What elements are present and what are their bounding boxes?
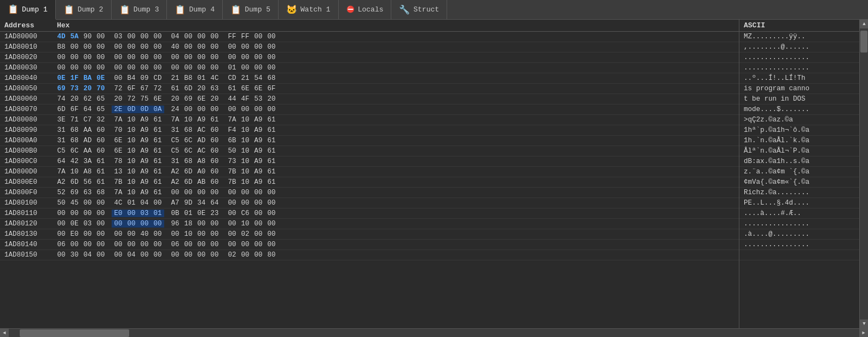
hex-byte[interactable]: AD — [81, 137, 94, 144]
hex-byte[interactable]: 00 — [125, 64, 138, 72]
hex-byte[interactable]: 72 — [125, 95, 138, 103]
hex-byte[interactable]: 80 — [265, 251, 278, 259]
hex-byte[interactable]: 00 — [55, 54, 68, 61]
hex-byte[interactable]: 00 — [225, 199, 239, 207]
hex-byte[interactable]: AB — [195, 178, 208, 186]
hex-byte[interactable]: 61 — [208, 116, 221, 124]
table-row[interactable]: 1AD8014006000000000000000600000000000000 — [0, 240, 739, 250]
hex-byte[interactable]: 61 — [94, 168, 107, 176]
hex-byte[interactable]: 00 — [94, 220, 107, 228]
hex-byte[interactable]: 00 — [138, 43, 151, 51]
hex-byte[interactable]: 00 — [138, 33, 151, 40]
hex-byte[interactable]: 00 — [239, 189, 252, 196]
hex-byte[interactable]: 6F — [68, 106, 81, 113]
tab-locals[interactable]: ⛔ Locals — [339, 0, 392, 19]
hex-byte[interactable]: 44 — [225, 95, 239, 103]
hex-byte[interactable]: A8 — [195, 158, 208, 165]
hex-byte[interactable]: 50 — [55, 199, 68, 207]
hex-byte[interactable]: CD — [151, 74, 164, 82]
hex-byte[interactable]: 9D — [182, 199, 195, 207]
hex-byte[interactable]: 01 — [225, 64, 239, 72]
hex-byte[interactable]: 00 — [81, 230, 94, 238]
hex-byte[interactable]: 61 — [265, 147, 278, 155]
hex-byte[interactable]: 69 — [68, 189, 81, 196]
hex-byte[interactable]: 60 — [208, 126, 221, 134]
hex-byte[interactable]: 00 — [252, 106, 265, 113]
hex-byte[interactable]: 3E — [55, 116, 68, 124]
hex-byte[interactable]: 30 — [68, 251, 81, 259]
hex-byte[interactable]: 01 — [195, 74, 208, 82]
horizontal-scroll-track[interactable] — [9, 329, 859, 337]
hex-byte[interactable]: 00 — [112, 54, 125, 61]
hex-byte[interactable]: 10 — [182, 230, 195, 238]
hex-byte[interactable]: 0E — [68, 220, 81, 228]
hex-byte[interactable]: 50 — [225, 147, 239, 155]
hex-byte[interactable]: A9 — [138, 116, 151, 124]
hex-byte[interactable]: 10 — [182, 116, 195, 124]
hex-byte[interactable]: AC — [195, 147, 208, 155]
hex-byte[interactable]: 5A — [68, 33, 81, 40]
tab-dump2[interactable]: 📋 Dump 2 — [56, 0, 112, 19]
hex-byte[interactable]: 00 — [125, 230, 138, 238]
hex-byte[interactable]: 65 — [94, 106, 107, 113]
hex-byte[interactable]: 6E — [252, 85, 265, 92]
hex-byte[interactable]: 00 — [138, 251, 151, 259]
hex-byte[interactable]: 01 — [182, 210, 195, 217]
hex-byte[interactable]: 10 — [239, 220, 252, 228]
table-row[interactable]: 1AD800706D6F64652E0D0D0A2400000000000000 — [0, 104, 739, 115]
table-row[interactable]: 1AD80100504500004C010400A79D346400000000 — [0, 198, 739, 208]
hex-byte[interactable]: 00 — [81, 43, 94, 51]
hex-byte[interactable]: 00 — [81, 210, 94, 217]
hex-byte[interactable]: A9 — [138, 126, 151, 134]
hex-byte[interactable]: 34 — [195, 199, 208, 207]
tab-dump3[interactable]: 📋 Dump 3 — [112, 0, 167, 19]
hex-byte[interactable]: 63 — [81, 189, 94, 196]
hex-byte[interactable]: 4C — [208, 74, 221, 82]
hex-byte[interactable]: A9 — [195, 116, 208, 124]
table-row[interactable]: 1AD8002000000000000000000000000000000000 — [0, 53, 739, 63]
hex-byte[interactable]: 00 — [195, 189, 208, 196]
hex-byte[interactable]: 24 — [169, 106, 182, 113]
hex-byte[interactable]: 00 — [81, 199, 94, 207]
hex-byte[interactable]: 00 — [151, 199, 164, 207]
hex-byte[interactable]: 00 — [265, 199, 278, 207]
hex-byte[interactable]: 04 — [169, 33, 182, 40]
hex-byte[interactable]: 00 — [208, 241, 221, 248]
hex-byte[interactable]: A9 — [252, 178, 265, 186]
hex-byte[interactable]: 00 — [138, 64, 151, 72]
hex-byte[interactable]: 20 — [112, 95, 125, 103]
hex-byte[interactable]: 00 — [151, 33, 164, 40]
hex-byte[interactable]: 10 — [125, 189, 138, 196]
tab-dump5[interactable]: 📋 Dump 5 — [223, 0, 279, 19]
hex-byte[interactable]: 00 — [151, 54, 164, 61]
hex-byte[interactable]: 0D — [138, 106, 151, 113]
hex-byte[interactable]: AC — [195, 126, 208, 134]
hex-byte[interactable]: 61 — [94, 178, 107, 186]
hex-byte[interactable]: 00 — [68, 43, 81, 51]
hex-byte[interactable]: 00 — [225, 54, 239, 61]
hex-byte[interactable]: 00 — [138, 241, 151, 248]
hex-byte[interactable]: 10 — [239, 147, 252, 155]
hex-byte[interactable]: 53 — [252, 95, 265, 103]
hex-byte[interactable]: 6D — [182, 178, 195, 186]
hex-byte[interactable]: 68 — [94, 189, 107, 196]
hex-byte[interactable]: C7 — [81, 116, 94, 124]
hex-byte[interactable]: 00 — [195, 43, 208, 51]
hex-byte[interactable]: 96 — [169, 220, 182, 228]
hex-byte[interactable]: 00 — [169, 189, 182, 196]
table-row[interactable]: 1AD800F0526963687A10A9610000000000000000 — [0, 188, 739, 198]
hex-byte[interactable]: 10 — [239, 168, 252, 176]
table-row[interactable]: 1AD800A03168AD606E10A961C56CAD606B10A961 — [0, 136, 739, 146]
hex-byte[interactable]: 00 — [112, 241, 125, 248]
hex-byte[interactable]: E0 — [112, 210, 125, 217]
vertical-scrollbar[interactable]: ▲ ▼ — [859, 20, 868, 328]
hex-byte[interactable]: 10 — [239, 178, 252, 186]
hex-byte[interactable]: A9 — [252, 137, 265, 144]
hex-byte[interactable]: 00 — [239, 251, 252, 259]
hex-byte[interactable]: 64 — [55, 158, 68, 165]
hex-byte[interactable]: 6D — [68, 178, 81, 186]
hex-byte[interactable]: A9 — [252, 116, 265, 124]
hex-byte[interactable]: 00 — [265, 230, 278, 238]
hex-byte[interactable]: 0E — [94, 74, 107, 82]
hex-byte[interactable]: 10 — [125, 168, 138, 176]
